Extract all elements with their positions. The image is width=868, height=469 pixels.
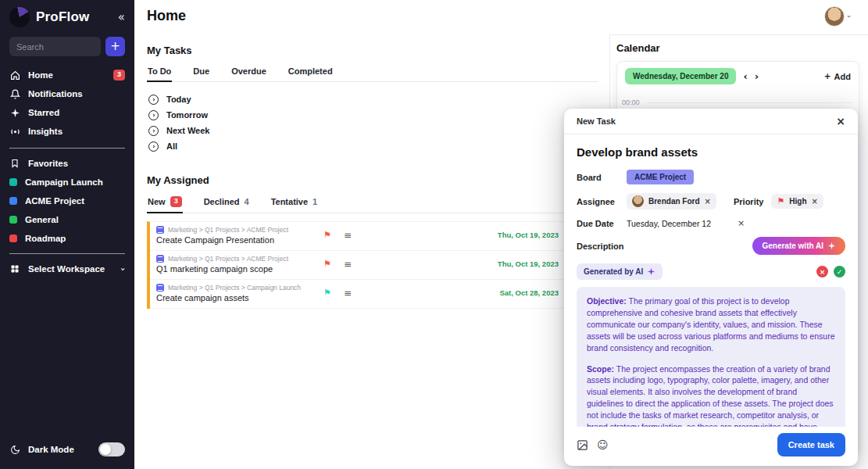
sidebar-item-general[interactable]: General (0, 210, 134, 229)
collapse-sidebar-icon[interactable]: « (118, 10, 125, 24)
sidebar-item-insights[interactable]: Insights (0, 122, 134, 141)
tab-label: Tentative (271, 197, 308, 206)
reject-ai-icon[interactable]: × (816, 266, 828, 277)
new-badge: 3 (170, 196, 182, 207)
image-attach-icon[interactable] (577, 439, 588, 451)
breadcrumb: Marketing > Q1 Projects > Campaign Launc… (156, 284, 323, 292)
priority-chip[interactable]: ⚑ High × (771, 194, 823, 209)
chevron-down-icon: › (118, 267, 128, 271)
tab-declined[interactable]: Declined 4 (203, 196, 250, 213)
calendar-add-button[interactable]: + Add (823, 71, 851, 81)
flag-icon[interactable]: ⚑ (323, 288, 344, 298)
chevron-right-circle-icon: › (148, 95, 159, 105)
task-row[interactable]: Marketing > Q1 Projects > ACME Project C… (150, 222, 598, 251)
menu-icon[interactable]: ≡ (344, 259, 361, 270)
create-task-button[interactable]: Create task (777, 433, 845, 456)
description-field: Description Generate with AI (577, 237, 845, 255)
group-next-week[interactable]: › Next Week (147, 123, 598, 138)
tab-tentative[interactable]: Tentative 1 (270, 196, 319, 213)
sidebar-item-acme-project[interactable]: ACME Project (0, 192, 134, 210)
proflow-logo-icon (9, 7, 30, 27)
calendar-next-icon[interactable]: › (755, 70, 759, 82)
task-groups: › Today › Tomorrow › Next Week › All (147, 91, 598, 154)
sidebar-item-starred[interactable]: Starred (0, 103, 134, 122)
tab-due[interactable]: Due (192, 66, 210, 81)
sidebar-item-home[interactable]: Home 3 (0, 66, 134, 84)
sidebar-item-roadmap[interactable]: Roadmap (0, 229, 134, 248)
page-title: Home (147, 8, 186, 24)
assignee-chip[interactable]: Brendan Ford × (627, 193, 716, 209)
home-badge: 3 (113, 70, 125, 81)
board-chip[interactable]: ACME Project (627, 170, 694, 184)
accept-ai-icon[interactable]: ✓ (834, 266, 845, 277)
task-row[interactable]: Marketing > Q1 Projects > ACME Project Q… (150, 251, 598, 280)
dark-mode-toggle[interactable] (98, 442, 125, 456)
my-tasks-title: My Tasks (147, 45, 598, 56)
description-label: Description (577, 242, 627, 251)
dark-mode-label: Dark Mode (28, 445, 74, 454)
tab-new[interactable]: New 3 (147, 196, 183, 213)
grid-line (647, 102, 852, 103)
remove-due-date-icon[interactable]: × (738, 218, 745, 228)
calendar-title: Calendar (616, 42, 859, 54)
select-workspace[interactable]: Select Workspace › (0, 260, 134, 278)
sidebar-item-campaign-launch[interactable]: Campaign Launch (0, 173, 134, 192)
scope-text: The project encompasses the creation of … (587, 364, 834, 427)
due-date-value[interactable]: Tuesday, December 12 (627, 219, 711, 228)
assigned-task-list: Marketing > Q1 Projects > ACME Project C… (147, 221, 598, 309)
sidebar-divider (9, 253, 125, 254)
user-menu[interactable]: › (824, 6, 851, 27)
sidebar-divider (9, 148, 125, 149)
group-all[interactable]: › All (147, 138, 598, 154)
bookmark-icon (9, 158, 20, 169)
favorite-label: Campaign Launch (25, 177, 103, 187)
board-color-icon (9, 216, 17, 224)
close-icon[interactable]: × (836, 116, 845, 127)
scope-label: Scope: (587, 364, 614, 374)
group-tomorrow[interactable]: › Tomorrow (147, 107, 598, 123)
insights-icon (9, 126, 20, 137)
remove-assignee-icon[interactable]: × (705, 197, 711, 206)
tasks-column: My Tasks To Do Due Overdue Completed › T… (147, 45, 598, 309)
menu-icon[interactable]: ≡ (344, 288, 361, 299)
group-today[interactable]: › Today (147, 91, 598, 107)
emoji-icon[interactable]: ☺ (597, 439, 609, 450)
scope-paragraph: Scope: The project encompasses the creat… (587, 363, 835, 427)
breadcrumb: Marketing > Q1 Projects > ACME Project (156, 255, 323, 263)
grid-icon (9, 263, 20, 274)
due-date-label: Due Date (577, 219, 627, 228)
sparkle-icon (647, 267, 655, 276)
remove-priority-icon[interactable]: × (812, 197, 818, 206)
calendar-date-pill[interactable]: Wednesday, December 20 (625, 68, 736, 84)
divider (609, 34, 868, 35)
tab-todo[interactable]: To Do (147, 66, 172, 81)
toggle-knob (100, 444, 111, 455)
modal-title: New Task (577, 116, 616, 126)
my-tasks-tabs: To Do Due Overdue Completed (147, 66, 598, 82)
priority-value: High (789, 197, 806, 206)
sidebar-item-notifications[interactable]: Notifications (0, 84, 134, 103)
add-button[interactable]: + (105, 37, 125, 56)
generate-with-ai-button[interactable]: Generate with AI (752, 237, 845, 255)
task-name[interactable]: Develop brand assets (577, 145, 845, 159)
tab-completed[interactable]: Completed (288, 66, 334, 81)
plus-icon: + (110, 41, 120, 52)
tab-label: New (148, 197, 166, 206)
search-input[interactable] (9, 37, 101, 56)
favorite-label: Roadmap (25, 234, 66, 243)
my-assigned-section: My Assigned New 3 Declined 4 Tentative 1… (147, 174, 598, 309)
task-due-date: Thu, Oct 19, 2023 (498, 260, 559, 268)
group-label: All (166, 141, 177, 151)
tab-overdue[interactable]: Overdue (230, 66, 267, 81)
add-label: Add (834, 72, 851, 81)
flag-icon[interactable]: ⚑ (323, 259, 344, 269)
flag-icon[interactable]: ⚑ (323, 230, 344, 240)
sidebar-nav: Home 3 Notifications Starred Insights (0, 64, 134, 142)
menu-icon[interactable]: ≡ (344, 230, 361, 241)
new-task-modal: New Task × Develop brand assets Board AC… (564, 109, 858, 466)
calendar-prev-icon[interactable]: ‹ (743, 70, 747, 82)
sidebar: ProFlow « + Home 3 Notifications Starred… (0, 0, 134, 469)
task-row[interactable]: Marketing > Q1 Projects > Campaign Launc… (150, 280, 598, 309)
favorite-label: General (25, 215, 59, 224)
logo-row: ProFlow « (0, 0, 134, 32)
